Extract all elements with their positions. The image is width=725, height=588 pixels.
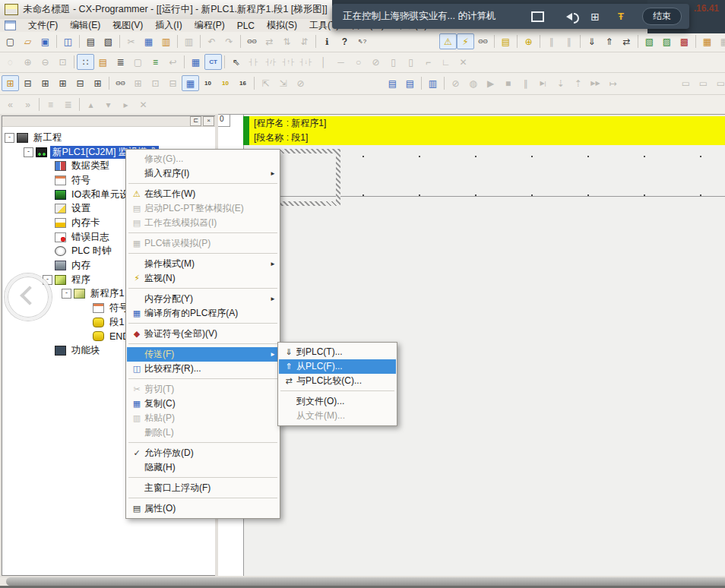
- menu-edit[interactable]: 编辑(E): [64, 18, 106, 33]
- cross-reference-icon[interactable]: CT: [204, 54, 222, 70]
- download-to-plc-icon[interactable]: ⇓: [583, 33, 600, 49]
- address-reference-tool-icon[interactable]: ▦: [187, 54, 204, 70]
- monitor-sampling-icon[interactable]: ΘΘ: [474, 33, 492, 49]
- watch-sheet1-icon[interactable]: ▤: [384, 75, 401, 91]
- data-trace-icon[interactable]: ⊟: [164, 75, 182, 91]
- pause-monitor-icon[interactable]: ∥: [543, 33, 560, 49]
- toggle-watch-window-icon[interactable]: ⊞: [36, 75, 54, 91]
- watch-view-icon[interactable]: ⊡: [147, 75, 164, 91]
- tree-item-new-project[interactable]: - 新工程: [2, 131, 216, 145]
- go-to-next-address-icon[interactable]: ▸: [117, 96, 135, 112]
- zoom-select-icon[interactable]: ◌: [2, 54, 19, 70]
- go-to-rung-list-icon[interactable]: ≣: [59, 96, 77, 112]
- submenu-item-from-plc[interactable]: ⇑ 从PLC(F)...: [279, 359, 396, 374]
- docked-pane-icon-1[interactable]: ▭: [677, 75, 695, 91]
- menu-item-work-online[interactable]: ⚠ 在线工作(W): [127, 187, 279, 201]
- force-cancel-icon[interactable]: ⊘: [292, 75, 309, 91]
- tools-pin-icon[interactable]: Ŧ: [618, 11, 624, 22]
- new-horizontal-icon[interactable]: ─: [332, 54, 350, 70]
- monitor-hex-icon[interactable]: 16: [234, 75, 252, 91]
- monitor-mode-icon[interactable]: ⚡: [457, 33, 474, 49]
- menu-plc[interactable]: PLC: [231, 20, 261, 32]
- toggle-output-window-icon[interactable]: ⊟: [19, 75, 36, 91]
- window-toggle-icon[interactable]: ⊞: [590, 11, 600, 22]
- print-preview-icon[interactable]: ▧: [100, 33, 117, 49]
- previous-reference-icon[interactable]: «: [2, 96, 19, 112]
- simulation-run-icon[interactable]: ▶: [482, 75, 499, 91]
- toggle-cross-reference-icon[interactable]: ⊞: [54, 75, 71, 91]
- watch-window-sheet-icon[interactable]: ▦: [716, 33, 725, 49]
- copy-icon[interactable]: ▦: [140, 33, 157, 49]
- menu-view[interactable]: 视图(V): [106, 18, 149, 33]
- online-edit-icon[interactable]: ▧: [641, 33, 658, 49]
- go-to-rung-top-icon[interactable]: ≡: [42, 96, 59, 112]
- step-out-icon[interactable]: ⇡: [569, 75, 587, 91]
- pause-icon[interactable]: ∥: [560, 33, 578, 49]
- speaker-icon[interactable]: [562, 13, 572, 21]
- save-icon[interactable]: ▣: [36, 33, 54, 49]
- compare-with-plc-icon[interactable]: ⇄: [618, 33, 635, 49]
- toggle-address-window-icon[interactable]: ⊟: [71, 75, 89, 91]
- menu-item-monitor[interactable]: ⚡ 监视(N): [127, 271, 279, 286]
- run-to-breakpoint-icon[interactable]: ↦: [604, 75, 622, 91]
- rung-manager-icon[interactable]: ≡: [147, 54, 164, 70]
- wrap-rungs-icon[interactable]: ↩: [164, 54, 182, 70]
- retrace-icon[interactable]: ⇵: [296, 33, 313, 49]
- menu-item-memory-allocation[interactable]: 内存分配(Y) ►: [127, 292, 279, 306]
- rung-comment-icon[interactable]: ▤: [94, 54, 112, 70]
- expand-toggle[interactable]: -: [24, 147, 33, 157]
- menu-insert[interactable]: 插入(I): [149, 18, 188, 33]
- compare-programs-icon[interactable]: ◫: [59, 33, 77, 49]
- new-instruction2-icon[interactable]: ▯: [402, 54, 419, 70]
- menu-item-compile-all-plc-programs[interactable]: ▦ 编译所有的PLC程序(A): [127, 306, 279, 321]
- dock-button[interactable]: ⊏: [190, 116, 201, 126]
- program-name-comment[interactable]: [程序名 : 新程序1]: [249, 116, 725, 131]
- toggle-project-window-icon[interactable]: ⊞: [2, 75, 19, 91]
- send-changes-icon[interactable]: ▨: [658, 33, 676, 49]
- menu-simulation[interactable]: 模拟(S): [261, 18, 303, 33]
- new-or-closed-contact-icon[interactable]: ┤↓├: [297, 54, 315, 70]
- show-grid-icon[interactable]: ∷: [77, 54, 94, 70]
- work-online-icon[interactable]: ⚠: [439, 33, 457, 49]
- menu-programming[interactable]: 编程(P): [188, 18, 231, 33]
- menu-item-allow-docking[interactable]: ✓ 允许停放(D): [127, 446, 279, 460]
- menu-item-delete[interactable]: 删除(L): [127, 425, 279, 440]
- upload-from-plc-icon[interactable]: ⇑: [600, 33, 618, 49]
- go-to-next-input-icon[interactable]: ▾: [100, 96, 117, 112]
- cut-icon[interactable]: ✂: [122, 33, 140, 49]
- menu-item-compare-program[interactable]: ◫ 比较程序(R)...: [127, 362, 279, 376]
- scan-run-icon[interactable]: ◍: [464, 75, 482, 91]
- undo-icon[interactable]: ↶: [203, 33, 220, 49]
- step-in-icon[interactable]: ⇣: [552, 75, 569, 91]
- paste-attributes-icon[interactable]: ▥: [180, 33, 198, 49]
- docked-pane-icon-2[interactable]: ▭: [695, 75, 712, 91]
- new-line-icon[interactable]: ∟: [437, 54, 454, 70]
- menu-item-modify[interactable]: 修改(G)...: [127, 152, 279, 166]
- next-reference-icon[interactable]: »: [19, 96, 36, 112]
- new-closed-coil-icon[interactable]: ⊘: [367, 54, 385, 70]
- section-name-comment[interactable]: [段名称 : 段1]: [249, 131, 725, 145]
- force-status-icon[interactable]: ▤: [497, 33, 514, 49]
- menu-item-cut[interactable]: ✂ 剪切(T): [127, 382, 279, 397]
- new-contact-icon[interactable]: ┤├: [245, 54, 262, 70]
- cancel-online-edit-icon[interactable]: ▩: [676, 33, 693, 49]
- pause-simulation-icon[interactable]: ⊘: [447, 75, 464, 91]
- differential-monitor-icon[interactable]: ⊕: [520, 33, 537, 49]
- zoom-fit-icon[interactable]: ⊡: [54, 54, 71, 70]
- invert-icon[interactable]: ⌐: [419, 54, 437, 70]
- about-icon[interactable]: ℹ: [318, 33, 336, 49]
- continuous-step-icon[interactable]: ▶▶: [587, 75, 604, 91]
- end-session-button[interactable]: 结束: [642, 8, 682, 25]
- monitor-window-icon[interactable]: ▢: [129, 54, 147, 70]
- new-instruction-icon[interactable]: ▯: [385, 54, 402, 70]
- paste-icon[interactable]: ▥: [157, 33, 175, 49]
- watch-sheet2-icon[interactable]: ▤: [401, 75, 419, 91]
- io-comment-view-icon[interactable]: ▦: [182, 75, 199, 91]
- back-navigation-overlay[interactable]: [5, 273, 52, 321]
- watch-window-icon[interactable]: ▦: [698, 33, 716, 49]
- menu-item-copy[interactable]: ▦ 复制(C): [127, 397, 279, 411]
- menu-item-properties[interactable]: ▤ 属性(O): [127, 501, 279, 516]
- monitor-signed-decimal-icon[interactable]: 10: [217, 75, 234, 91]
- monitor-decimal-icon[interactable]: 10: [199, 75, 217, 91]
- find-icon[interactable]: ΘΘ: [243, 33, 261, 49]
